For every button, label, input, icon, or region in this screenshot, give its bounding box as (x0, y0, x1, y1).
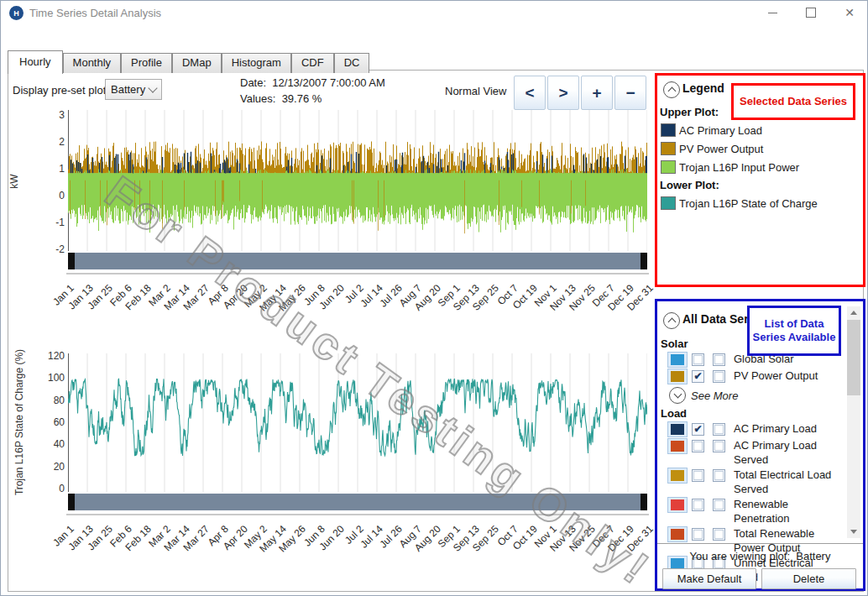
scroll-down-icon[interactable] (847, 525, 860, 538)
delete-button[interactable]: Delete (761, 568, 856, 589)
legend-upper-items: AC Primary LoadPV Power OutputTrojan L16… (660, 123, 818, 174)
panel-divider (657, 543, 863, 544)
step-forward-button[interactable]: > (547, 76, 579, 110)
chevron-down-icon (148, 83, 157, 92)
y-tick-label: 20 (54, 461, 65, 473)
tab-profile[interactable]: Profile (121, 53, 172, 73)
date-label: Date: 12/13/2007 7:00:00 AM (240, 76, 385, 89)
upper-plot-checkbox[interactable] (692, 469, 704, 482)
series-group-load: Load (661, 407, 833, 420)
upper-chart-scrollbar[interactable] (68, 253, 647, 271)
upper-plot-checkbox[interactable] (692, 353, 704, 366)
series-collapse-icon[interactable] (663, 312, 680, 329)
maximize-icon[interactable] (797, 1, 825, 24)
series-row: ✔PV Power Output (667, 369, 833, 384)
legend-color-swatch (661, 160, 676, 174)
legend-color-swatch (661, 196, 676, 210)
lower-plot-checkbox[interactable] (713, 353, 725, 366)
lower-plot-checkbox[interactable] (713, 528, 725, 541)
lower-chart-y-ticks: 120100806040200 (36, 353, 65, 494)
series-color-swatch-button[interactable] (667, 421, 688, 437)
zoom-out-button[interactable]: − (614, 76, 646, 110)
legend-item: Trojan L16P State of Charge (661, 196, 818, 210)
values-label: Values: 39.76 % (240, 92, 322, 105)
y-tick-label: 60 (54, 416, 65, 428)
chevron-down-icon[interactable] (669, 387, 686, 404)
series-row-label: PV Power Output (734, 369, 833, 383)
series-color-swatch-button[interactable] (667, 369, 688, 384)
lower-chart-scrollbar[interactable] (68, 494, 647, 512)
legend-item: PV Power Output (661, 142, 818, 155)
legend-item-label: PV Power Output (679, 143, 763, 155)
title-bar: H Time Series Detail Analysis ✕ (1, 1, 867, 26)
list-of-data-series-annotation: List of Data Series Available (747, 306, 841, 356)
lower-plot-checkbox[interactable] (713, 469, 725, 482)
see-more-expander[interactable]: See More (669, 387, 833, 404)
view-mode-label: Normal View (445, 85, 506, 97)
preset-plot-dropdown[interactable]: Battery (105, 79, 162, 100)
window-title: Time Series Detail Analysis (29, 7, 161, 19)
tab-dmap[interactable]: DMap (172, 53, 222, 73)
upper-plot-checkbox[interactable] (692, 499, 704, 511)
viewing-plot-label: You are viewing plot: Battery (657, 550, 863, 562)
series-color-swatch-button[interactable] (667, 468, 688, 484)
series-row: ✔AC Primary Load (667, 421, 833, 437)
legend-panel: Legend Selected Data Series Upper Plot: … (655, 73, 865, 287)
preset-plot-label: Display pre-set plot: (13, 84, 109, 97)
series-row: AC Primary Load Served (667, 438, 833, 467)
close-icon[interactable]: ✕ (835, 1, 864, 24)
series-color-swatch-button[interactable] (667, 438, 688, 454)
scroll-up-icon[interactable] (847, 306, 860, 319)
legend-color-swatch (661, 123, 676, 137)
step-back-button[interactable]: < (514, 76, 546, 110)
scrollbar-thumb[interactable] (847, 320, 860, 395)
series-row-label: Total Electrical Load Served (734, 468, 833, 496)
legend-item: Trojan L16P Input Power (661, 160, 818, 174)
y-tick-label: 80 (54, 395, 65, 406)
upper-chart-plot[interactable] (68, 110, 647, 251)
y-tick-label: -2 (55, 243, 65, 255)
legend-item: AC Primary Load (661, 123, 818, 137)
tab-cdf[interactable]: CDF (291, 53, 334, 73)
y-tick-label: 0 (59, 483, 65, 494)
series-color-swatch-button[interactable] (667, 526, 688, 542)
lower-chart-x-ticks: Jan 1Jan 13Jan 25Feb 6Feb 18Mar 2Mar 14M… (68, 516, 647, 570)
upper-plot-checkbox-checked[interactable]: ✔ (692, 370, 704, 383)
series-list: SolarGlobal Solar✔PV Power OutputSee Mor… (661, 335, 833, 585)
tab-dc[interactable]: DC (334, 53, 370, 73)
series-row-label: AC Primary Load Served (734, 438, 833, 467)
y-tick-label: 120 (48, 350, 65, 362)
tab-histogram[interactable]: Histogram (222, 53, 291, 73)
upper-plot-checkbox[interactable] (692, 440, 704, 452)
y-tick-label: 2 (59, 136, 65, 148)
series-row-label: Renewable Penetration (734, 497, 833, 525)
lower-plot-checkbox[interactable] (713, 370, 725, 383)
lower-chart-plot[interactable] (68, 353, 647, 492)
legend-lower-items: Trojan L16P State of Charge (660, 196, 818, 210)
lower-plot-checkbox[interactable] (713, 423, 725, 436)
legend-collapse-icon[interactable] (663, 81, 680, 98)
upper-chart-y-ticks: 3210-1-2 (39, 110, 65, 254)
upper-plot-checkbox[interactable] (692, 528, 704, 541)
upper-plot-checkbox-checked[interactable]: ✔ (692, 423, 704, 436)
lower-plot-checkbox[interactable] (713, 440, 725, 452)
tab-monthly[interactable]: Monthly (63, 53, 122, 73)
app-icon: H (9, 6, 24, 20)
legend-item-label: Trojan L16P State of Charge (679, 197, 818, 210)
zoom-in-button[interactable]: + (581, 76, 613, 110)
all-data-series-panel: All Data Series List of Data Series Avai… (655, 299, 865, 591)
series-list-scrollbar[interactable] (847, 306, 860, 538)
y-tick-label: 40 (54, 438, 65, 450)
tab-hourly[interactable]: Hourly (8, 50, 63, 74)
legend-color-swatch (661, 142, 676, 155)
series-color-swatch-button[interactable] (667, 497, 688, 513)
y-tick-label: -1 (55, 217, 65, 228)
lower-plot-checkbox[interactable] (713, 499, 725, 511)
y-tick-label: 100 (48, 372, 65, 384)
make-default-button[interactable]: Make Default (662, 568, 756, 589)
viewing-plot-value: Battery (796, 550, 830, 562)
lower-chart-y-axis-label: Trojan L16P State of Charge (%) (13, 323, 25, 521)
series-color-swatch-button[interactable] (667, 352, 688, 368)
see-more-label: See More (691, 389, 738, 402)
minimize-icon[interactable] (758, 1, 787, 24)
